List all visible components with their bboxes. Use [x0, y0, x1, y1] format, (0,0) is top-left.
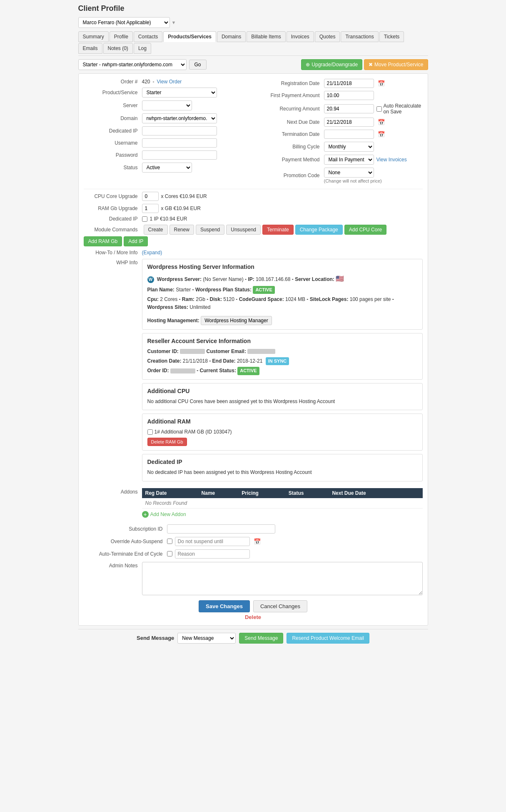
- cmd-renew-button[interactable]: Renew: [169, 225, 194, 235]
- sitelock-value: 100 pages per site: [350, 296, 391, 302]
- move-product-button[interactable]: ✖ Move Product/Service: [364, 59, 428, 70]
- howto-label: How-To / More Info: [84, 250, 142, 256]
- tab-billable[interactable]: Billable Items: [247, 31, 285, 42]
- termination-date-calendar-icon[interactable]: 📅: [378, 131, 385, 138]
- next-due-date-calendar-icon[interactable]: 📅: [378, 119, 385, 125]
- tab-log[interactable]: Log: [134, 43, 151, 54]
- send-message-label: Send Message: [137, 635, 174, 641]
- customer-email-value: [247, 349, 275, 354]
- plan-label: Plan Name:: [147, 287, 176, 293]
- add-new-addon-button[interactable]: + Add New Addon: [142, 511, 423, 518]
- tab-tickets[interactable]: Tickets: [379, 31, 404, 42]
- cpu-upgrade-text: x Cores €10.94 EUR: [161, 193, 207, 199]
- cmd-create-button[interactable]: Create: [144, 225, 168, 235]
- auto-terminate-label: Auto-Terminate End of Cycle: [84, 551, 167, 557]
- save-changes-button[interactable]: Save Changes: [199, 600, 250, 612]
- dedicated-ip-input[interactable]: [142, 126, 217, 135]
- ram-upgrade-input[interactable]: [142, 204, 159, 213]
- cmd-terminate-button[interactable]: Terminate: [262, 225, 294, 235]
- username-input[interactable]: [142, 138, 217, 148]
- wordpress-icon: W: [147, 276, 154, 283]
- termination-date-input[interactable]: [324, 130, 374, 139]
- whp-info-content: Wordpress Hosting Server Information W W…: [142, 259, 423, 485]
- first-payment-label: First Payment Amount: [257, 93, 324, 98]
- order-id-value: [170, 368, 195, 373]
- auto-recalculate-checkbox[interactable]: [376, 106, 382, 112]
- delete-link[interactable]: Delete: [84, 614, 423, 620]
- howto-expand-link[interactable]: (Expand): [142, 250, 162, 256]
- wp-hosting-manager-button[interactable]: Wordpress Hosting Manager: [201, 316, 272, 325]
- auto-suspend-label: Override Auto-Suspend: [84, 539, 167, 544]
- cmd-suspend-button[interactable]: Suspend: [196, 225, 224, 235]
- first-payment-input[interactable]: [324, 91, 374, 100]
- auto-suspend-calendar-icon[interactable]: 📅: [254, 538, 261, 545]
- add-addon-text: Add New Addon: [150, 511, 186, 517]
- additional-cpu-title: Additional CPU: [147, 388, 417, 394]
- auto-terminate-checkbox[interactable]: [167, 551, 172, 556]
- next-due-date-input[interactable]: [324, 118, 374, 127]
- client-select[interactable]: Marco Ferraro (Not Applicable): [78, 17, 170, 28]
- addons-col-next-due: Next Due Date: [329, 488, 409, 498]
- cmd-change-package-button[interactable]: Change Package: [295, 225, 343, 235]
- tab-notes[interactable]: Notes (0): [103, 43, 133, 54]
- cmd-add-cpu-button[interactable]: Add CPU Core: [344, 225, 386, 235]
- tab-emails[interactable]: Emails: [78, 43, 102, 54]
- auto-terminate-reason-input[interactable]: [175, 549, 250, 559]
- codeguard-label: - CodeGuard Space:: [236, 296, 285, 302]
- cancel-changes-button[interactable]: Cancel Changes: [253, 600, 307, 612]
- payment-method-select[interactable]: Mail In Payment: [324, 155, 374, 165]
- resend-welcome-email-button[interactable]: Resend Product Welcome Email: [287, 633, 369, 644]
- subscription-id-input[interactable]: [167, 524, 275, 534]
- tab-summary[interactable]: Summary: [78, 31, 109, 42]
- message-type-select[interactable]: New Message: [177, 633, 236, 644]
- bottom-bar: Send Message New Message Send Message Re…: [78, 629, 428, 647]
- addons-col-name: Name: [198, 488, 239, 498]
- ram-item-checkbox[interactable]: [147, 429, 153, 435]
- cmd-add-ram-button[interactable]: Add RAM Gb: [84, 236, 122, 246]
- whp-info-label: WHP Info: [84, 259, 142, 266]
- ram-upgrade-text: x GB €10.94 EUR: [161, 206, 201, 211]
- domain-select[interactable]: rwhpm-starter.onlyfordemo.com: [142, 113, 217, 123]
- view-invoices-link[interactable]: View Invoices: [376, 157, 407, 163]
- ram-info-value: 2Gb: [196, 296, 205, 302]
- order-number-label: Order #: [84, 79, 142, 85]
- server-select[interactable]: [142, 100, 192, 110]
- status-select[interactable]: Active: [142, 163, 192, 173]
- reg-date-input[interactable]: [324, 79, 374, 88]
- product-select[interactable]: Starter - rwhpm-starter.onlyfordemo.com: [78, 59, 187, 70]
- password-input[interactable]: [142, 150, 217, 160]
- tab-domains[interactable]: Domains: [217, 31, 246, 42]
- reg-date-calendar-icon[interactable]: 📅: [378, 80, 385, 87]
- admin-notes-textarea[interactable]: [142, 562, 423, 595]
- recurring-amount-input[interactable]: [324, 104, 374, 113]
- tab-transactions[interactable]: Transactions: [341, 31, 378, 42]
- cpu-upgrade-input[interactable]: [142, 192, 159, 201]
- billing-cycle-select[interactable]: Monthly: [324, 142, 374, 152]
- dedicated-ip-upgrade-checkbox[interactable]: [142, 216, 147, 222]
- tab-quotes[interactable]: Quotes: [315, 31, 340, 42]
- tab-profile[interactable]: Profile: [110, 31, 133, 42]
- auto-suspend-date-input[interactable]: [175, 537, 250, 546]
- tab-invoices[interactable]: Invoices: [287, 31, 314, 42]
- cmd-add-ip-button[interactable]: Add IP: [124, 236, 148, 246]
- view-order-link[interactable]: View Order: [157, 79, 182, 85]
- delete-ram-button[interactable]: Delete RAM Gb: [147, 438, 187, 446]
- password-label: Password: [84, 152, 142, 158]
- promo-code-select[interactable]: None: [324, 168, 374, 178]
- reseller-info-box: Reseller Account Service Information Cus…: [142, 333, 423, 380]
- upgrade-downgrade-button[interactable]: ⊕ Upgrade/Downgrade: [301, 59, 362, 70]
- disk-info-label: - Disk:: [207, 296, 223, 302]
- tab-products[interactable]: Products/Services: [163, 31, 216, 42]
- wp-location-label: - Server Location:: [292, 276, 336, 282]
- send-message-button[interactable]: Send Message: [239, 633, 283, 644]
- go-button[interactable]: Go: [189, 60, 207, 70]
- ram-item-label: 1# Additional RAM GB (ID 103047): [147, 428, 417, 436]
- addons-col-actions: [409, 488, 423, 498]
- creation-date-label: Creation Date:: [147, 358, 182, 364]
- cmd-unsuspend-button[interactable]: Unsuspend: [226, 225, 261, 235]
- tab-contacts[interactable]: Contacts: [134, 31, 162, 42]
- auto-suspend-checkbox[interactable]: [167, 539, 172, 544]
- end-date-label: - End Date:: [209, 358, 237, 364]
- addons-table: Reg Date Name Pricing Status Next Due Da…: [142, 488, 423, 509]
- product-service-select[interactable]: Starter: [142, 88, 217, 98]
